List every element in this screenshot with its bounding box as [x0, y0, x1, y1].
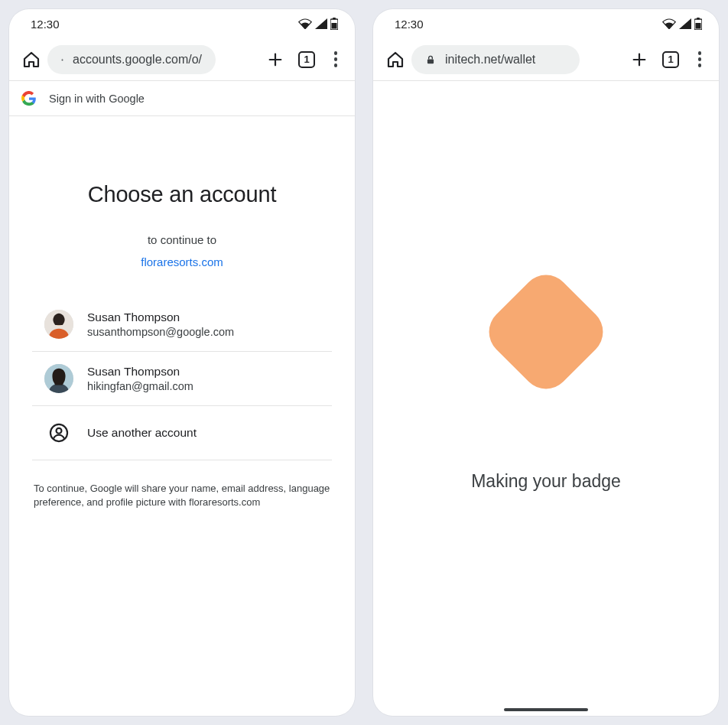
- disclosure-text: To continue, Google will share your name…: [32, 482, 332, 509]
- loading-label: Making your badge: [471, 471, 621, 492]
- gesture-bar: [504, 708, 588, 711]
- lock-icon: [61, 54, 63, 65]
- home-icon: [22, 50, 41, 69]
- page-title: Choose an account: [32, 182, 332, 207]
- status-icons: [298, 18, 338, 30]
- account-list: Susan Thompson susanthompson@google.com …: [32, 305, 332, 460]
- lock-icon: [425, 54, 436, 65]
- svg-rect-11: [697, 18, 700, 20]
- continue-link[interactable]: floraresorts.com: [32, 255, 332, 268]
- browser-chrome: accounts.google.com/o/ 1: [9, 38, 355, 81]
- loading-content: Making your badge: [373, 81, 719, 716]
- status-bar: 12:30: [373, 9, 719, 38]
- status-time: 12:30: [395, 18, 424, 31]
- plus-icon: [267, 51, 284, 68]
- menu-button[interactable]: [329, 51, 343, 67]
- account-name: Susan Thompson: [87, 365, 193, 379]
- continue-to-label: to continue to: [32, 233, 332, 246]
- signin-bar-text: Sign in with Google: [49, 93, 145, 105]
- new-tab-button[interactable]: [630, 50, 648, 69]
- account-row[interactable]: Susan Thompson hikingfan@gmail.com: [32, 352, 332, 406]
- badge-shape: [479, 265, 613, 398]
- svg-rect-12: [696, 23, 701, 29]
- battery-icon: [694, 18, 702, 30]
- tabs-count: 1: [304, 54, 309, 65]
- home-button[interactable]: [384, 48, 407, 71]
- svg-rect-3: [62, 59, 63, 60]
- account-email: susanthompson@google.com: [87, 326, 234, 338]
- svg-rect-1: [333, 18, 336, 20]
- status-time: 12:30: [31, 18, 60, 31]
- tabs-button[interactable]: 1: [662, 51, 679, 68]
- signal-icon: [679, 18, 691, 29]
- browser-chrome: initech.net/wallet 1: [373, 38, 719, 81]
- wifi-icon: [298, 18, 312, 29]
- phone-left: 12:30 accounts.google.com/o/ 1: [9, 9, 355, 716]
- menu-button[interactable]: [693, 51, 707, 67]
- avatar: [44, 310, 73, 339]
- status-bar: 12:30: [9, 9, 355, 38]
- home-icon: [386, 50, 405, 69]
- account-name: Susan Thompson: [87, 310, 234, 324]
- address-bar[interactable]: accounts.google.com/o/: [47, 45, 216, 74]
- home-button[interactable]: [20, 48, 43, 71]
- svg-rect-13: [427, 59, 434, 63]
- account-chooser: Choose an account to continue to florare…: [9, 116, 355, 716]
- status-icons: [662, 18, 702, 30]
- account-row[interactable]: Susan Thompson susanthompson@google.com: [32, 305, 332, 352]
- address-bar[interactable]: initech.net/wallet: [411, 45, 580, 74]
- wifi-icon: [662, 18, 676, 29]
- url-text: accounts.google.com/o/: [73, 53, 202, 67]
- svg-rect-2: [332, 23, 337, 29]
- signin-header: Sign in with Google: [9, 81, 355, 116]
- tabs-count: 1: [668, 54, 673, 65]
- google-icon: [21, 91, 37, 106]
- account-email: hikingfan@gmail.com: [87, 380, 193, 392]
- svg-point-9: [57, 428, 62, 434]
- avatar: [44, 364, 73, 393]
- use-another-account-row[interactable]: Use another account: [32, 406, 332, 460]
- use-another-label: Use another account: [87, 426, 197, 440]
- plus-icon: [631, 51, 648, 68]
- phone-right: 12:30 initech.net/wallet 1 M: [373, 9, 719, 716]
- battery-icon: [330, 18, 338, 30]
- tabs-button[interactable]: 1: [298, 51, 315, 68]
- signal-icon: [315, 18, 327, 29]
- person-icon: [44, 418, 73, 447]
- url-text: initech.net/wallet: [445, 53, 535, 67]
- new-tab-button[interactable]: [266, 50, 284, 69]
